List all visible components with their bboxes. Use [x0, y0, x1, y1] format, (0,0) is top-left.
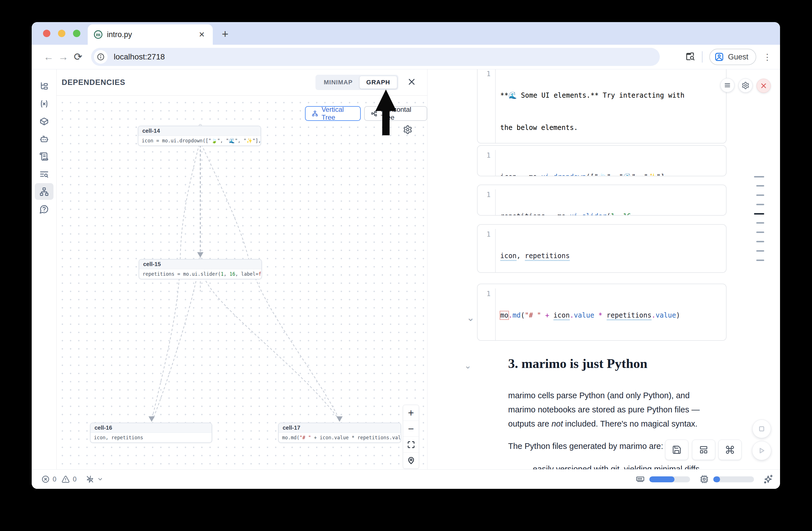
line-number: 1: [478, 288, 495, 341]
code-line[interactable]: icon = mo.ui.dropdown(["🍃", "🌊", "✨"],: [500, 172, 726, 176]
code-line[interactable]: repetitions = mo.ui.slider(1, 16,: [500, 211, 726, 216]
errors-indicator[interactable]: 0: [41, 475, 61, 484]
sidebar-item-variables[interactable]: [35, 96, 54, 112]
browser-tab[interactable]: m intro.py ✕: [88, 24, 213, 45]
forward-icon[interactable]: →: [56, 51, 71, 63]
graph-node-cell-14[interactable]: cell-14 icon = mo.ui.dropdown(["🍃", "🌊",…: [138, 126, 261, 146]
graph-node-cell-16[interactable]: cell-16 icon, repetitions: [90, 422, 212, 443]
tab-minimap[interactable]: MINIMAP: [317, 76, 359, 89]
node-code: icon = mo.ui.dropdown(["🍃", "🌊", "✨"], v…: [139, 136, 261, 145]
toc-mark-active[interactable]: [754, 213, 764, 215]
toc-mark[interactable]: [756, 195, 764, 196]
sidebar-item-packages[interactable]: [35, 113, 54, 130]
graph-zoom-controls: + −: [403, 405, 419, 469]
zoom-in-button[interactable]: +: [403, 405, 419, 421]
output-collapse-chevron-icon[interactable]: ⌄: [466, 313, 475, 322]
profile-label: Guest: [728, 53, 748, 61]
sidebar-item-ai-assistant[interactable]: [35, 130, 54, 147]
vertical-tree-label: Vertical Tree: [321, 105, 354, 121]
reload-icon[interactable]: ⟳: [71, 51, 85, 63]
autorun-toggle[interactable]: [86, 475, 103, 484]
warnings-indicator[interactable]: 0: [61, 475, 82, 484]
cell-code-slider[interactable]: 1 repetitions = mo.ui.slider(1, 16, labe…: [477, 185, 727, 216]
graph-node-cell-15[interactable]: cell-15 repetitions = mo.ui.slider(1, 16…: [139, 259, 262, 279]
code-line[interactable]: **🌊 Some UI elements.** Try interacting …: [500, 90, 726, 101]
marimo-favicon: m: [94, 30, 102, 39]
maximize-window-button[interactable]: [73, 30, 81, 37]
cell-code-pair[interactable]: 1 icon, repetitions › [ … ] 2 Items: [477, 224, 727, 273]
graph-settings-gear-icon[interactable]: [403, 125, 412, 134]
layout-toggle-button[interactable]: [692, 440, 715, 460]
sidebar-item-logs-search[interactable]: [35, 166, 54, 182]
back-icon[interactable]: ←: [41, 51, 56, 63]
graph-node-cell-17[interactable]: cell-17 mo.md("# " + icon.value * repeti…: [278, 422, 401, 443]
sidebar-item-scratchpad[interactable]: [35, 148, 54, 165]
dependency-graph-canvas[interactable]: Vertical Tree Horizontal Tree cell-14 ic…: [57, 96, 427, 469]
cell-drag-handle-icon[interactable]: [720, 78, 735, 92]
address-bar[interactable]: localhost:2718: [91, 48, 660, 66]
zoom-out-button[interactable]: −: [403, 421, 419, 437]
error-count: 0: [53, 475, 56, 483]
profile-button[interactable]: Guest: [709, 49, 756, 65]
url-text: localhost:2718: [114, 52, 165, 61]
dependencies-header: DEPENDENCIES MINIMAP GRAPH: [57, 69, 427, 96]
status-bar: 0 0: [32, 469, 780, 489]
fit-view-icon[interactable]: [403, 437, 419, 453]
tab-search-icon[interactable]: [685, 51, 695, 62]
stop-execution-button[interactable]: [752, 419, 771, 438]
node-code: icon, repetitions: [90, 433, 212, 442]
sidebar-item-file-tree[interactable]: [35, 78, 54, 95]
toc-mark[interactable]: [756, 260, 764, 261]
cpu-usage-meter: [713, 476, 754, 482]
sidebar-item-help[interactable]: [35, 201, 54, 217]
section-heading: 3. marimo is just Python: [508, 356, 647, 371]
tab-graph[interactable]: GRAPH: [360, 76, 397, 89]
node-title: cell-15: [139, 260, 261, 269]
code-line[interactable]: the below elements.: [500, 122, 726, 133]
shutdown-close-icon[interactable]: [756, 79, 771, 93]
cell-code-dropdown[interactable]: 1 icon = mo.ui.dropdown(["🍃", "🌊", "✨"],…: [477, 145, 727, 176]
stop-icon: [757, 425, 766, 433]
keyboard-shortcuts-button[interactable]: [719, 440, 742, 460]
toc-mark[interactable]: [756, 241, 764, 242]
view-mode-toggle: MINIMAP GRAPH: [316, 75, 398, 90]
cell-config-gear-icon[interactable]: [738, 78, 753, 92]
memory-icon: [636, 475, 645, 484]
close-window-button[interactable]: [43, 30, 50, 37]
site-info-icon[interactable]: [94, 50, 107, 64]
new-tab-button[interactable]: +: [222, 28, 228, 41]
toc-mark[interactable]: [756, 231, 764, 233]
toc-mark[interactable]: [756, 185, 764, 187]
toc-mark[interactable]: [756, 250, 764, 252]
sidebar-item-dependencies[interactable]: [35, 183, 54, 200]
section-collapse-chevron-icon[interactable]: ⌄: [464, 361, 472, 370]
horizontal-tree-icon: [371, 110, 378, 117]
save-button[interactable]: [665, 440, 688, 460]
line-number: 1: [478, 229, 495, 273]
browser-menu-icon[interactable]: ⋮: [763, 52, 771, 62]
cell-code-momd[interactable]: 1 mo.md("# " + icon.value * repetitions.…: [477, 284, 727, 341]
locate-pin-icon[interactable]: [403, 453, 419, 469]
minimize-window-button[interactable]: [58, 30, 66, 37]
code-line[interactable]: mo.md("# " + icon.value * repetitions.va…: [500, 310, 726, 321]
circle-x-icon: [41, 475, 50, 484]
close-panel-icon[interactable]: [407, 77, 416, 87]
browser-tab-strip: m intro.py ✕ +: [32, 22, 780, 45]
tab-close-icon[interactable]: ✕: [197, 30, 206, 39]
cell-markdown-intro[interactable]: 1 **🌊 Some UI elements.** Try interactin…: [477, 69, 727, 144]
toolbar-divider: [702, 51, 702, 62]
layout-grid-icon: [699, 445, 708, 455]
tab-title: intro.py: [107, 30, 197, 39]
vertical-tree-icon: [312, 110, 318, 117]
browser-window: m intro.py ✕ + ← → ⟳ localhost:2718 Gues…: [32, 22, 780, 489]
toc-mark[interactable]: [754, 176, 764, 177]
ai-sparkles-icon[interactable]: [763, 474, 773, 484]
cpu-icon: [700, 475, 709, 484]
code-line[interactable]: icon, repetitions: [500, 250, 726, 261]
toc-mark[interactable]: [756, 204, 764, 205]
vertical-tree-button[interactable]: Vertical Tree: [305, 106, 361, 121]
horizontal-tree-button[interactable]: Horizontal Tree: [364, 106, 427, 121]
toc-mark[interactable]: [756, 222, 764, 224]
section-files-line: The Python files generated by marimo are…: [508, 442, 663, 451]
run-all-button[interactable]: [752, 441, 771, 460]
